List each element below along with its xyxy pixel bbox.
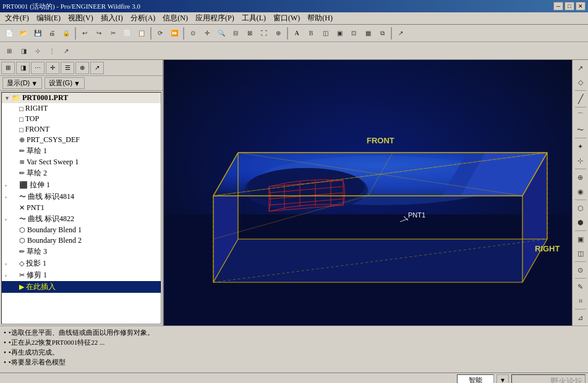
lt-cursor[interactable]: ↗ <box>90 62 104 74</box>
t2-4[interactable]: ⋮ <box>45 44 59 57</box>
rp-arc-button[interactable]: ⌒ <box>574 109 587 122</box>
lt-btn-2[interactable]: ◨ <box>16 62 30 74</box>
tree-item-project1[interactable]: + ◇ 投影 1 <box>2 258 161 269</box>
continue-button[interactable]: ⏩ <box>168 27 181 40</box>
display-button[interactable]: 显示(D) ▼ <box>2 77 42 89</box>
rp-pen-button[interactable]: ✎ <box>574 280 587 293</box>
rp-diamond-button[interactable]: ◇ <box>574 75 587 89</box>
rp-sep9 <box>575 309 586 309</box>
rp-surface-button[interactable]: ⬡ <box>574 201 587 215</box>
menu-insert[interactable]: 插入(I) <box>97 12 127 25</box>
tree-item-extrude1[interactable]: + ⬛ 拉伸 1 <box>2 179 161 191</box>
rp-line-button[interactable]: ╱ <box>574 92 587 106</box>
menu-file[interactable]: 文件(F) <box>1 12 33 25</box>
rp-grid-button[interactable]: ⌗ <box>574 294 587 308</box>
lock-button[interactable]: 🔒 <box>59 27 73 40</box>
redo-button[interactable]: ↪ <box>92 27 106 40</box>
menu-window[interactable]: 窗口(W) <box>270 12 304 25</box>
menu-apps[interactable]: 应用程序(P) <box>192 12 238 25</box>
tree-item-bb1[interactable]: ⬡ Boundary Blend 1 <box>2 225 161 235</box>
layout-button[interactable]: ▣ <box>333 27 346 40</box>
zoom-prev-button[interactable]: ⊕ <box>271 27 285 40</box>
curve-icon: 〜 <box>19 214 26 224</box>
tree-item-varsectsweep[interactable]: ≋ Var Sect Sweep 1 <box>2 157 161 167</box>
text-b-button[interactable]: B <box>304 27 318 40</box>
menu-help[interactable]: 帮助(H) <box>304 12 336 25</box>
grid-button[interactable]: ▦ <box>361 27 375 40</box>
tree-item-trim1[interactable]: + ✂ 修剪 1 <box>2 269 161 281</box>
tree-item-right[interactable]: □ RIGHT <box>2 103 161 114</box>
insert-icon: ▶ <box>19 283 24 291</box>
menu-tools[interactable]: 工具(L) <box>238 12 270 25</box>
t2-3[interactable]: ⊹ <box>31 44 45 57</box>
tree-item-sketch2[interactable]: ✏ 草绘 2 <box>2 167 161 179</box>
tree-item-sketch3[interactable]: ✏ 草绘 3 <box>2 246 161 258</box>
rp-rect-button[interactable]: ▣ <box>574 232 587 246</box>
tree-root[interactable]: ▼ 📁 PRT0001.PRT <box>2 93 161 103</box>
copy-button[interactable]: ⬜ <box>121 27 134 40</box>
rp-circle-plus-button[interactable]: ⊕ <box>574 170 587 184</box>
lt-btn-6[interactable]: ⊕ <box>75 62 89 74</box>
tree-item-front[interactable]: □ FRONT <box>2 124 161 135</box>
zoom-out-button[interactable]: ⊟ <box>229 27 242 40</box>
text-a-button[interactable]: A <box>290 27 304 40</box>
tree-item-csys[interactable]: ⊕ PRT_CSYS_DEF <box>2 135 161 145</box>
tree-item-sketch1[interactable]: ✏ 草绘 1 <box>2 145 161 157</box>
split-button[interactable]: ◫ <box>318 27 332 40</box>
rp-curve-button[interactable]: 〜 <box>574 123 587 137</box>
tree-item-curve4814[interactable]: + 〜 曲线 标识4814 <box>2 191 161 203</box>
status-icon-button[interactable]: ▼ <box>496 374 509 384</box>
rp-tri-button[interactable]: ⊿ <box>574 311 587 324</box>
rp-arrow-button[interactable]: ↗ <box>574 61 587 75</box>
t2-2[interactable]: ◨ <box>17 44 30 57</box>
print-button[interactable]: 🖨 <box>45 27 59 40</box>
maximize-button[interactable]: □ <box>565 2 574 11</box>
zoom-window-button[interactable]: ⊠ <box>243 27 257 40</box>
cut-button[interactable]: ✂ <box>106 27 120 40</box>
window-btn[interactable]: ⧉ <box>375 27 389 40</box>
layout2-button[interactable]: ⊡ <box>347 27 360 40</box>
rp-rect2-button[interactable]: ◫ <box>574 246 587 260</box>
lt-btn-4[interactable]: ✛ <box>46 62 59 74</box>
rp-sep4 <box>575 169 586 169</box>
tree-item-curve4822[interactable]: + 〜 曲线 标识4822 <box>2 213 161 225</box>
menu-view[interactable]: 视图(V) <box>64 12 97 25</box>
viewport[interactable]: FRONT RIGHT PNT1 <box>164 60 572 326</box>
undo-button[interactable]: ↩ <box>78 27 92 40</box>
lt-btn-1[interactable]: ⊞ <box>1 62 15 74</box>
paste-button[interactable]: 📋 <box>135 27 148 40</box>
minimize-button[interactable]: ─ <box>553 2 563 11</box>
sweep-icon: ≋ <box>19 158 25 166</box>
cursor-button[interactable]: ↗ <box>394 27 407 40</box>
save-button[interactable]: 💾 <box>31 27 45 40</box>
csys-icon: ⊕ <box>19 136 25 144</box>
full-view-button[interactable]: ⛶ <box>257 27 271 40</box>
cursor2-button[interactable]: ↗ <box>59 44 73 57</box>
rp-cross-button[interactable]: ⊹ <box>574 154 587 167</box>
menu-edit[interactable]: 编辑(E) <box>33 12 64 25</box>
rp-spline-button[interactable]: ✦ <box>574 140 587 153</box>
tree-item-insert-here[interactable]: ▶ 在此插入 <box>2 281 161 293</box>
lt-btn-3[interactable]: ⋯ <box>31 62 45 74</box>
sep2 <box>150 27 151 40</box>
rp-target-button[interactable]: ◉ <box>574 185 587 198</box>
pan-button[interactable]: ✛ <box>200 27 214 40</box>
close-button[interactable]: ✕ <box>576 2 586 11</box>
tree-item-pnt1[interactable]: ✕ PNT1 <box>2 203 161 213</box>
menu-analysis[interactable]: 分析(A) <box>127 12 160 25</box>
settings-button[interactable]: 设置(G) ▼ <box>45 77 85 89</box>
rp-circle-button[interactable]: ⊙ <box>574 263 587 277</box>
model-tree[interactable]: ▼ 📁 PRT0001.PRT □ RIGHT □ TOP □ <box>1 92 161 324</box>
tree-item-top[interactable]: □ TOP <box>2 114 161 124</box>
lt-btn-5[interactable]: ☰ <box>61 62 74 74</box>
zoom-in-button[interactable]: 🔍 <box>215 27 228 40</box>
refresh-button[interactable]: ⟳ <box>153 27 167 40</box>
open-button[interactable]: 📂 <box>17 27 30 40</box>
front-label: FRONT <box>367 136 394 145</box>
rp-surface2-button[interactable]: ⬢ <box>574 216 587 229</box>
rotate-button[interactable]: ⊙ <box>186 27 200 40</box>
new-button[interactable]: 📄 <box>2 27 16 40</box>
menu-info[interactable]: 信息(N) <box>159 12 192 25</box>
t2-1[interactable]: ⊞ <box>2 44 16 57</box>
tree-item-bb2[interactable]: ⬡ Boundary Blend 2 <box>2 235 161 246</box>
